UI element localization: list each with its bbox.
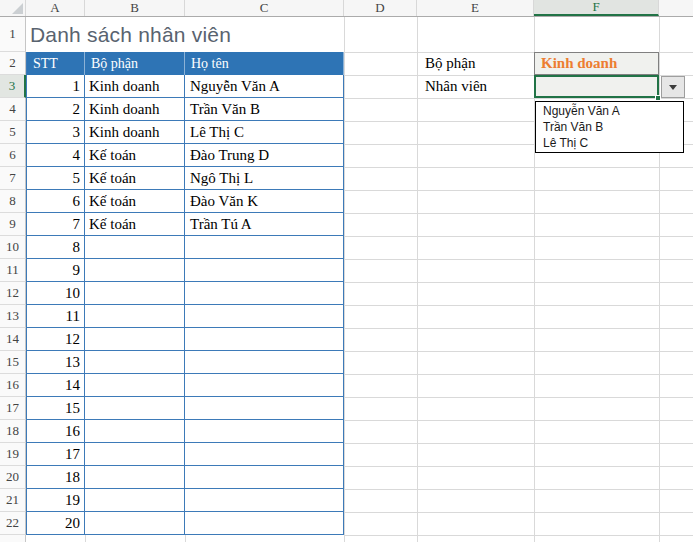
cell-dept[interactable] — [85, 397, 185, 419]
column-header[interactable]: A — [26, 0, 85, 16]
row-header[interactable]: 6 — [0, 144, 26, 167]
column-header[interactable]: D — [344, 0, 417, 16]
cell-name[interactable] — [185, 466, 344, 488]
cell-name[interactable]: Trần Văn B — [185, 98, 344, 120]
cell-dept[interactable] — [85, 282, 185, 304]
cell-name[interactable] — [185, 328, 344, 350]
table-header-name[interactable]: Họ tên — [185, 52, 344, 75]
row-header[interactable]: 17 — [0, 397, 26, 420]
cell-name[interactable]: Nguyễn Văn A — [185, 75, 344, 97]
cell-stt[interactable]: 12 — [27, 328, 85, 350]
column-header[interactable]: B — [85, 0, 185, 16]
employee-value-cell[interactable] — [534, 75, 659, 98]
row-header[interactable]: 16 — [0, 374, 26, 397]
cell-name[interactable] — [185, 259, 344, 281]
cell-stt[interactable]: 3 — [27, 121, 85, 143]
column-header[interactable]: E — [417, 0, 534, 16]
cell-stt[interactable]: 7 — [27, 213, 85, 235]
row-header[interactable]: 18 — [0, 420, 26, 443]
cell-stt[interactable]: 8 — [27, 236, 85, 258]
cell-name[interactable] — [185, 489, 344, 511]
dropdown-item[interactable]: Lê Thị C — [536, 135, 683, 151]
cell-dept[interactable] — [85, 328, 185, 350]
cell-stt[interactable]: 15 — [27, 397, 85, 419]
cell-dept[interactable] — [85, 443, 185, 465]
row-header[interactable]: 13 — [0, 305, 26, 328]
row-header[interactable]: 21 — [0, 489, 26, 512]
row-header[interactable]: 3 — [0, 75, 26, 98]
cell-name[interactable] — [185, 374, 344, 396]
cell-name[interactable] — [185, 443, 344, 465]
row-header[interactable]: 7 — [0, 167, 26, 190]
cell-dept[interactable] — [85, 236, 185, 258]
row-header[interactable]: 10 — [0, 236, 26, 259]
dropdown-item[interactable]: Nguyễn Văn A — [536, 103, 683, 119]
cell-dept[interactable] — [85, 374, 185, 396]
cell-name[interactable] — [185, 397, 344, 419]
cell-dept[interactable]: Kinh doanh — [85, 98, 185, 120]
cell-stt[interactable]: 20 — [27, 512, 85, 534]
cell-stt[interactable]: 19 — [27, 489, 85, 511]
cell-stt[interactable]: 17 — [27, 443, 85, 465]
cell-dept[interactable]: Kinh doanh — [85, 121, 185, 143]
dropdown-button[interactable] — [661, 76, 685, 98]
cell-name[interactable]: Lê Thị C — [185, 121, 344, 143]
cell-dept[interactable] — [85, 466, 185, 488]
label-bo-phan[interactable]: Bộ phận — [417, 52, 534, 75]
cell-name[interactable] — [185, 282, 344, 304]
cell-dept[interactable]: Kinh doanh — [85, 75, 185, 97]
row-header[interactable]: 20 — [0, 466, 26, 489]
cell-dept[interactable]: Kế toán — [85, 190, 185, 212]
cell-stt[interactable]: 6 — [27, 190, 85, 212]
cell-dept[interactable] — [85, 420, 185, 442]
row-header[interactable]: 2 — [0, 52, 26, 75]
cell-stt[interactable]: 16 — [27, 420, 85, 442]
cell-name[interactable] — [185, 236, 344, 258]
row-header[interactable]: 12 — [0, 282, 26, 305]
cell-dept[interactable] — [85, 489, 185, 511]
row-header[interactable]: 11 — [0, 259, 26, 282]
row-header[interactable]: 15 — [0, 351, 26, 374]
column-header[interactable]: C — [185, 0, 344, 16]
cell-stt[interactable]: 4 — [27, 144, 85, 166]
row-header[interactable]: 8 — [0, 190, 26, 213]
column-header[interactable]: F — [534, 0, 659, 16]
cell-stt[interactable]: 13 — [27, 351, 85, 373]
cell-name[interactable] — [185, 351, 344, 373]
row-header[interactable]: 1 — [0, 17, 26, 52]
cell-stt[interactable]: 18 — [27, 466, 85, 488]
cell-dept[interactable]: Kế toán — [85, 167, 185, 189]
cell-name[interactable] — [185, 420, 344, 442]
row-header[interactable]: 22 — [0, 512, 26, 535]
dropdown-item[interactable]: Trần Văn B — [536, 119, 683, 135]
row-header[interactable]: 5 — [0, 121, 26, 144]
cell-dept[interactable]: Kế toán — [85, 144, 185, 166]
table-header-dept[interactable]: Bộ phận — [85, 52, 185, 75]
row-header[interactable]: 4 — [0, 98, 26, 121]
cell-stt[interactable]: 5 — [27, 167, 85, 189]
row-header-partial[interactable] — [0, 535, 26, 542]
row-header[interactable]: 9 — [0, 213, 26, 236]
cell-stt[interactable]: 14 — [27, 374, 85, 396]
select-all-button[interactable] — [0, 0, 26, 16]
cell-stt[interactable]: 1 — [27, 75, 85, 97]
cell-stt[interactable]: 10 — [27, 282, 85, 304]
dept-value-cell[interactable]: Kinh doanh — [534, 52, 659, 75]
cell-stt[interactable]: 9 — [27, 259, 85, 281]
table-header-stt[interactable]: STT — [27, 52, 85, 75]
cell-dept[interactable] — [85, 259, 185, 281]
cell-dept[interactable] — [85, 351, 185, 373]
cell-name[interactable]: Đào Văn K — [185, 190, 344, 212]
cell-name[interactable]: Ngô Thị L — [185, 167, 344, 189]
cell-dept[interactable]: Kế toán — [85, 213, 185, 235]
cell-dept[interactable] — [85, 512, 185, 534]
cell-name[interactable]: Đào Trung D — [185, 144, 344, 166]
cell-dept[interactable] — [85, 305, 185, 327]
cell-name[interactable] — [185, 305, 344, 327]
row-header[interactable]: 14 — [0, 328, 26, 351]
cell-name[interactable]: Trần Tú A — [185, 213, 344, 235]
cell-name[interactable] — [185, 512, 344, 534]
row-header[interactable]: 19 — [0, 443, 26, 466]
cell-stt[interactable]: 11 — [27, 305, 85, 327]
cell-stt[interactable]: 2 — [27, 98, 85, 120]
